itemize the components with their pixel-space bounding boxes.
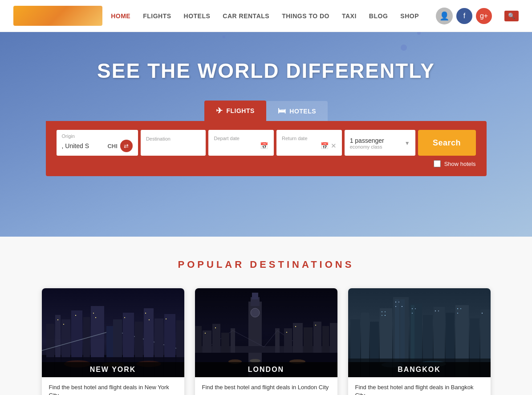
destinations-grid: NEW YORK Find the best hotel and flight … [27,288,505,395]
return-date-field: Return date 📅 ✕ [276,130,342,156]
dest-card-content-nyc: NEW YORK [42,288,184,377]
hero-section: SEE THE WORLD DIFFERENTLY ✈ FLIGHTS 🛏 HO… [0,32,532,237]
site-logo[interactable] [13,6,102,26]
svg-rect-22 [95,317,96,318]
svg-rect-88 [412,313,413,314]
svg-rect-52 [322,326,329,353]
nav-taxi[interactable]: TAXI [342,12,357,20]
clear-return-icon[interactable]: ✕ [331,142,337,150]
tab-hotels-label: HOTELS [289,108,316,115]
site-header: HOME FLIGHTS HOTELS CAR RENTALS THINGS T… [0,0,532,32]
passenger-class: economy class [350,144,384,149]
svg-rect-61 [315,325,316,326]
return-date-label: Return date [282,136,337,141]
show-hotels-checkbox[interactable] [434,160,441,167]
origin-label: Origin [62,133,133,139]
flight-icon: ✈ [216,106,223,116]
destination-input[interactable] [146,142,201,149]
svg-rect-78 [382,311,382,312]
london-city-label: LONDON [195,362,337,377]
social-icons: 👤 f g+ [436,8,492,24]
origin-code: CHI [107,143,117,149]
dest-card-content-bangkok: BANGKOK [348,288,491,377]
search-box: Origin CHI ⇄ Destination Depart date 📅 [46,121,487,176]
svg-rect-50 [304,327,313,353]
svg-rect-48 [284,328,292,353]
svg-rect-25 [149,319,150,320]
nav-flights[interactable]: FLIGHTS [143,12,171,20]
svg-rect-80 [385,311,386,312]
nav-things-to-do[interactable]: THINGS TO DO [282,12,329,20]
passenger-count: 1 passenger [350,137,384,144]
svg-rect-49 [293,323,303,353]
bangkok-city-label: BANGKOK [348,362,491,377]
svg-rect-94 [482,313,483,314]
destination-card-london[interactable]: LONDON Find the best hotel and flight de… [195,288,337,395]
origin-input[interactable] [62,142,105,149]
svg-rect-18 [57,319,58,320]
svg-rect-84 [398,302,399,302]
destination-card-bangkok[interactable]: BANGKOK Find the best hotel and flight d… [348,288,491,395]
nav-shop[interactable]: SHOP [400,12,419,20]
search-tabs: ✈ FLIGHTS 🛏 HOTELS [204,101,328,121]
svg-rect-58 [215,327,216,328]
bangkok-desc: Find the best hotel and flight deals in … [355,383,483,395]
svg-rect-51 [313,322,321,353]
tab-flights[interactable]: ✈ FLIGHTS [204,101,266,121]
user-avatar[interactable]: 👤 [436,8,453,24]
nyc-desc: Find the best hotel and flight deals in … [49,383,177,395]
bangkok-info: Find the best hotel and flight deals in … [348,377,491,395]
calendar-icon: 📅 [260,142,268,150]
chevron-down-icon: ▼ [405,140,410,146]
svg-rect-83 [395,306,396,307]
tab-flights-label: FLIGHTS [226,107,254,114]
nav-search-button[interactable]: 🔍 [504,11,519,21]
london-desc: Find the best hotel and flight deals in … [202,383,330,391]
passenger-info: 1 passenger economy class [350,137,384,149]
show-hotels-label: Show hotels [444,161,476,167]
svg-rect-46 [212,324,220,353]
nav-home[interactable]: HOME [111,12,130,20]
svg-rect-91 [457,308,458,309]
svg-rect-85 [402,306,402,307]
svg-rect-87 [415,308,416,309]
facebook-icon[interactable]: f [456,8,472,24]
origin-field: Origin CHI ⇄ [57,130,138,156]
destination-field: Destination [141,130,206,156]
svg-rect-20 [75,315,76,316]
search-button[interactable]: Search [418,130,476,156]
svg-rect-38 [231,328,235,353]
depart-date-label: Depart date [214,136,268,141]
nav-car-rentals[interactable]: CAR RENTALS [223,12,269,20]
main-nav: HOME FLIGHTS HOTELS CAR RENTALS THINGS T… [111,8,519,24]
depart-date-input[interactable] [214,142,258,149]
destination-label: Destination [146,136,201,141]
tab-hotels[interactable]: 🛏 HOTELS [266,101,328,121]
hero-title: SEE THE WORLD DIFFERENTLY [97,59,435,83]
search-footer: Show hotels [57,160,476,167]
passenger-row: 1 passenger economy class ▼ [350,137,410,149]
swap-button[interactable]: ⇄ [120,140,133,152]
destination-card-new-york[interactable]: NEW YORK Find the best hotel and flight … [42,288,184,395]
depart-date-field: Depart date 📅 [208,130,274,156]
search-label: Search [433,138,461,147]
hotel-icon: 🛏 [278,106,286,116]
svg-rect-35 [252,293,258,299]
svg-rect-45 [203,331,211,353]
return-date-input[interactable] [282,142,319,149]
svg-rect-23 [124,317,125,318]
nav-blog[interactable]: BLOG [369,12,388,20]
nav-hotels[interactable]: HOTELS [184,12,211,20]
calendar-return-icon: 📅 [321,142,329,150]
svg-rect-39 [275,328,280,353]
popular-destinations-section: POPULAR DESTINATIONS [0,237,532,395]
nyc-info: Find the best hotel and flight deals in … [42,377,184,395]
google-plus-icon[interactable]: g+ [476,8,492,24]
svg-rect-81 [385,315,386,316]
svg-rect-89 [435,310,436,311]
svg-rect-44 [195,326,202,353]
passenger-selector[interactable]: 1 passenger economy class ▼ [345,130,415,156]
search-row-main: Origin CHI ⇄ Destination Depart date 📅 [57,130,476,156]
svg-point-36 [251,308,260,317]
origin-row: CHI ⇄ [62,140,133,152]
